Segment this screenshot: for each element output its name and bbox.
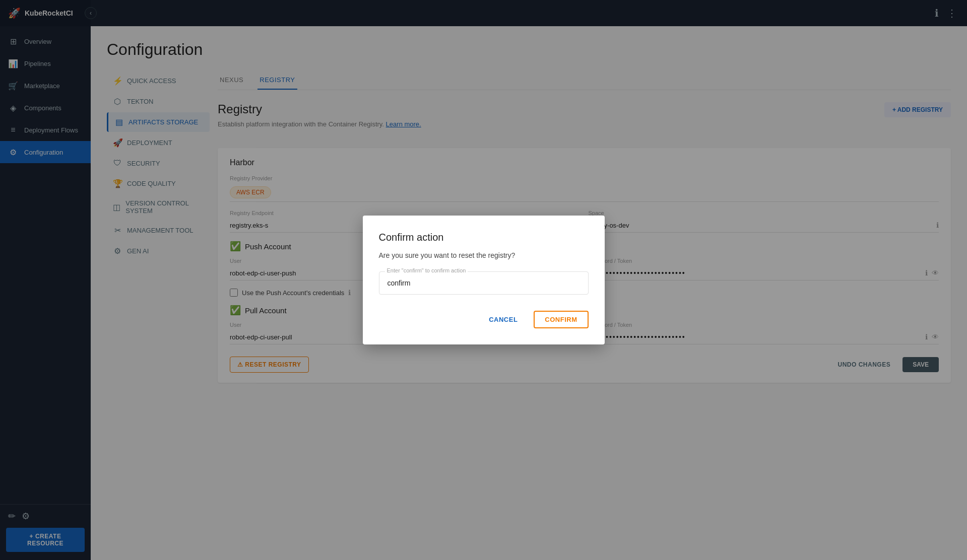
dialog-cancel-button[interactable]: CANCEL bbox=[481, 312, 526, 327]
confirm-dialog: Confirm action Are you sure you want to … bbox=[363, 216, 605, 344]
dialog-actions: CANCEL CONFIRM bbox=[379, 311, 589, 328]
dialog-input-label: Enter "confirm" to confirm action bbox=[385, 267, 468, 273]
dialog-input-group: Enter "confirm" to confirm action bbox=[379, 271, 589, 295]
dialog-message: Are you sure you want to reset the regis… bbox=[379, 251, 589, 259]
dialog-confirm-input[interactable] bbox=[379, 271, 589, 295]
dialog-title: Confirm action bbox=[379, 232, 589, 243]
dialog-confirm-button[interactable]: CONFIRM bbox=[534, 311, 588, 328]
modal-overlay[interactable]: Confirm action Are you sure you want to … bbox=[0, 0, 967, 560]
